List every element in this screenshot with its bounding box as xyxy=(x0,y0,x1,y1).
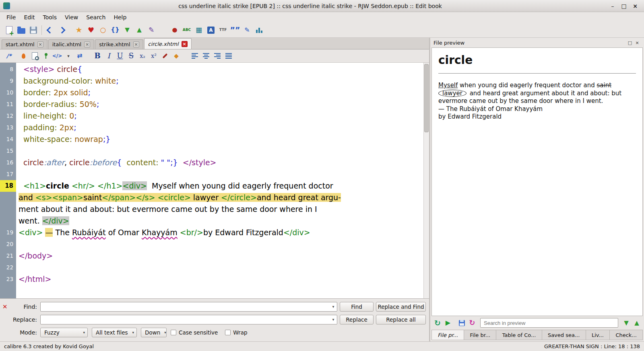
tab-close-icon[interactable]: × xyxy=(84,41,90,47)
maximize-button[interactable]: □ xyxy=(618,3,630,9)
align-center-button[interactable] xyxy=(200,51,212,61)
reload-button[interactable]: ↻ xyxy=(467,318,477,328)
arrow-down-button[interactable]: ▼ xyxy=(121,24,133,36)
quill-button[interactable]: ✎ xyxy=(145,24,157,36)
replace-and-find-button[interactable]: Replace and Find xyxy=(376,302,426,312)
open-book-button[interactable] xyxy=(15,24,27,36)
italic-button[interactable]: I xyxy=(103,51,114,61)
foreground-color-button[interactable] xyxy=(159,51,171,61)
minimize-button[interactable]: – xyxy=(607,3,618,9)
spellcheck-button[interactable]: ABC xyxy=(181,24,193,36)
code-line[interactable]: 10 border: 2px solid; xyxy=(0,87,423,99)
find-input[interactable] xyxy=(41,303,330,311)
save-button[interactable] xyxy=(27,24,39,36)
direction-select[interactable]: Down ▾ xyxy=(141,328,167,337)
align-left-button[interactable] xyxy=(189,51,200,61)
replace-button[interactable]: Replace xyxy=(340,315,374,324)
code-line[interactable]: 18 <h1>circle <hr/> </h1><div> Myself wh… xyxy=(0,180,423,192)
arrow-up-button[interactable]: ▲ xyxy=(133,24,145,36)
tab-close-icon[interactable]: × xyxy=(133,41,139,47)
close-find-icon[interactable]: ✕ xyxy=(2,303,11,310)
code-line[interactable]: went. </div> xyxy=(0,215,423,227)
find-dropdown-icon[interactable]: ▾ xyxy=(330,304,337,309)
code-line[interactable]: 14 white-space: nowrap;} xyxy=(0,133,423,145)
tab-close-icon[interactable]: × xyxy=(37,41,43,47)
tab-italic.xhtml[interactable]: italic.xhtml× xyxy=(48,39,94,49)
tab-close-icon[interactable]: × xyxy=(182,41,188,47)
menu-view[interactable]: View xyxy=(61,13,82,22)
swap-button[interactable]: ⇄ xyxy=(74,51,85,61)
table-button[interactable]: ▦ xyxy=(193,24,205,36)
manage-fonts-button[interactable]: A xyxy=(205,24,217,36)
wrap-checkbox[interactable]: Wrap xyxy=(225,329,247,336)
code-line[interactable]: 8 <style> circle{ xyxy=(0,64,423,75)
subscript-button[interactable]: x₂ xyxy=(137,51,148,61)
code-line[interactable]: 23</html> xyxy=(0,273,423,285)
panel-tab-filebr[interactable]: File br... xyxy=(464,330,496,340)
panel-tab-check[interactable]: Check... xyxy=(610,330,643,340)
tab-circle.xhtml[interactable]: circle.xhtml× xyxy=(144,38,192,49)
forward-button[interactable] xyxy=(56,24,68,36)
float-panel-icon[interactable]: □ xyxy=(626,40,634,45)
subset-fonts-button[interactable]: TTF xyxy=(217,24,229,36)
menu-search[interactable]: Search xyxy=(82,13,109,22)
replace-input[interactable] xyxy=(41,316,330,324)
preview-search-input[interactable] xyxy=(480,318,618,328)
close-panel-icon[interactable]: × xyxy=(634,40,641,45)
code-editor[interactable]: 8 <style> circle{9 background-color: whi… xyxy=(0,63,429,299)
bookmark-button[interactable]: ★ xyxy=(73,24,85,36)
case-sensitive-checkbox[interactable]: Case sensitive xyxy=(171,329,218,336)
scope-select[interactable]: All text files ▾ xyxy=(92,328,137,337)
tab-strike.xhtml[interactable]: strike.xhtml× xyxy=(95,39,143,49)
insert-snippet-button[interactable] xyxy=(40,51,52,61)
search-down-button[interactable]: ▼ xyxy=(621,318,632,328)
braces-button[interactable]: {} xyxy=(109,24,121,36)
replace-dropdown-icon[interactable]: ▾ xyxy=(330,317,337,322)
panel-tab-tableofco[interactable]: Table of Co... xyxy=(496,330,542,340)
tab-start.xhtml[interactable]: start.xhtml× xyxy=(2,39,47,49)
bold-button[interactable]: B xyxy=(92,51,103,61)
code-line[interactable]: 17 xyxy=(0,168,423,180)
save-preview-button[interactable] xyxy=(456,318,467,328)
code-line[interactable]: 20 xyxy=(0,238,423,250)
smarten-punctuation-button[interactable]: ”” xyxy=(229,24,241,36)
code-line[interactable]: 19<div> — The Rubáiyát of Omar Khayyám <… xyxy=(0,227,423,238)
check-book-button[interactable]: ● xyxy=(169,24,181,36)
panel-tab-savedsea[interactable]: Saved sea... xyxy=(542,330,586,340)
code-line[interactable]: ment about it and about: but evermore ca… xyxy=(0,203,423,215)
mode-select[interactable]: Fuzzy ▾ xyxy=(40,328,88,337)
underline-button[interactable]: U xyxy=(114,51,126,61)
code-line[interactable]: 22 xyxy=(0,262,423,273)
replace-all-button[interactable]: Replace all xyxy=(376,315,426,324)
code-line[interactable]: 15 xyxy=(0,145,423,157)
code-line[interactable]: 12 line-height: 0; xyxy=(0,110,423,122)
code-line[interactable]: and <s><span>saint</span></s> <circle> l… xyxy=(0,192,423,203)
run-preview-button[interactable]: ▶ xyxy=(443,318,453,328)
code-line[interactable]: 9 background-color: white; xyxy=(0,75,423,87)
panel-tab-liv[interactable]: Liv... xyxy=(586,330,610,340)
menu-file[interactable]: File xyxy=(2,13,20,22)
back-button[interactable] xyxy=(44,24,56,36)
refresh-preview-button[interactable]: ↻ xyxy=(432,318,443,328)
strikethrough-button[interactable]: S xyxy=(126,51,137,61)
code-tag-dropdown-button[interactable]: ▾ xyxy=(63,51,74,61)
editor-scrollbar-thumb[interactable] xyxy=(424,64,429,132)
search-file-button[interactable] xyxy=(29,51,40,61)
new-file-button[interactable] xyxy=(3,24,15,36)
menu-edit[interactable]: Edit xyxy=(20,13,39,22)
code-line[interactable]: 16 circle:after, circle:before{ content:… xyxy=(0,157,423,168)
sync-button[interactable]: ○ xyxy=(97,24,109,36)
code-tag-button[interactable]: </> xyxy=(52,51,63,61)
superscript-button[interactable]: x² xyxy=(148,51,159,61)
menu-help[interactable]: Help xyxy=(109,13,130,22)
comment-button[interactable]: /* xyxy=(3,51,14,61)
background-color-button[interactable]: ◆ xyxy=(171,51,182,61)
menu-tools[interactable]: Tools xyxy=(39,13,61,22)
align-right-button[interactable] xyxy=(212,51,223,61)
search-up-button[interactable]: ▲ xyxy=(632,318,642,328)
code-line[interactable]: 11 border-radius: 50%; xyxy=(0,99,423,110)
editor-scrollbar[interactable] xyxy=(423,63,429,298)
fix-html-button[interactable]: ✎ xyxy=(241,24,253,36)
align-justify-button[interactable] xyxy=(223,51,234,61)
match-button[interactable] xyxy=(18,51,29,61)
